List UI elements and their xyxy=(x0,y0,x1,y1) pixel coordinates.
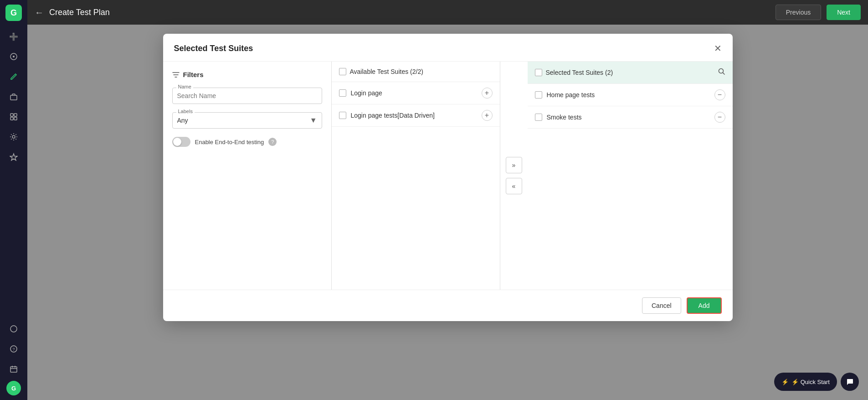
modal-close-button[interactable]: ✕ xyxy=(714,43,722,54)
chat-button[interactable] xyxy=(841,373,859,391)
toggle-label: Enable End-to-End testing xyxy=(195,139,264,145)
selected-item-checkbox-1[interactable] xyxy=(535,114,542,121)
svg-point-8 xyxy=(10,326,17,332)
selected-panel-title: Selected Test Suites (2) xyxy=(546,69,714,76)
selected-item-0: Home page tests − xyxy=(528,84,733,106)
sidebar-icon-star[interactable] xyxy=(5,149,22,165)
back-button[interactable]: ← xyxy=(35,7,44,18)
available-item-checkbox-0[interactable] xyxy=(339,89,346,97)
sidebar-icon-grid[interactable] xyxy=(5,109,22,125)
e2e-toggle-row: Enable End-to-End testing ? xyxy=(172,137,322,147)
search-name-input[interactable] xyxy=(177,92,317,99)
svg-rect-6 xyxy=(14,117,17,120)
sidebar-icon-circle[interactable] xyxy=(5,321,22,337)
cancel-button[interactable]: Cancel xyxy=(642,297,681,314)
name-filter-group: Name xyxy=(172,88,322,104)
toggle-knob xyxy=(173,138,181,146)
selected-item-checkbox-0[interactable] xyxy=(535,91,542,99)
selected-search-button[interactable] xyxy=(718,68,725,77)
available-item-label-0: Login page xyxy=(351,89,477,97)
lightning-icon: ⚡ xyxy=(781,379,789,385)
sidebar-icon-help[interactable]: ? xyxy=(5,341,22,357)
page-background: Selected Test Suites ✕ Filters xyxy=(27,25,868,400)
previous-button[interactable]: Previous xyxy=(776,5,821,20)
available-item: Login page + xyxy=(332,82,500,104)
available-item: Login page tests[Data Driven] + xyxy=(332,104,500,127)
e2e-toggle[interactable] xyxy=(172,137,190,147)
sidebar-icon-plus[interactable]: ➕ xyxy=(5,28,22,45)
modal-title: Selected Test Suites xyxy=(174,44,253,53)
add-button[interactable]: Add xyxy=(687,297,722,314)
svg-rect-11 xyxy=(10,367,17,372)
svg-rect-4 xyxy=(14,114,17,116)
modal-body: Filters Name Labels xyxy=(163,62,733,290)
svg-rect-5 xyxy=(10,117,13,120)
user-avatar[interactable]: G xyxy=(6,381,21,395)
chat-icon xyxy=(846,378,854,386)
available-item-checkbox-1[interactable] xyxy=(339,112,346,119)
remove-item-button-1[interactable]: − xyxy=(714,112,725,123)
name-label: Name xyxy=(176,84,193,89)
name-input-wrap: Name xyxy=(172,88,322,104)
available-select-all-checkbox[interactable] xyxy=(339,68,346,75)
available-panel-header: Available Test Suites (2/2) xyxy=(332,62,500,82)
transfer-buttons: » « xyxy=(500,62,528,290)
selected-item-1: Smoke tests − xyxy=(528,106,733,129)
help-icon[interactable]: ? xyxy=(268,138,277,146)
selected-items-list: Home page tests − Smoke tests − xyxy=(528,84,733,290)
sidebar-icon-briefcase[interactable] xyxy=(5,88,22,105)
magnifier-icon xyxy=(718,68,725,75)
sidebar-icon-calendar[interactable] xyxy=(5,361,22,377)
add-item-button-1[interactable]: + xyxy=(482,110,493,121)
next-button[interactable]: Next xyxy=(827,5,861,20)
main-area: ← Create Test Plan Previous Next Selecte… xyxy=(27,0,868,400)
selected-panel-header: Selected Test Suites (2) xyxy=(528,62,733,84)
app-logo[interactable]: G xyxy=(5,5,22,21)
page-title: Create Test Plan xyxy=(49,8,770,17)
topbar: ← Create Test Plan Previous Next xyxy=(27,0,868,25)
transfer-backward-button[interactable]: « xyxy=(506,178,522,194)
sidebar-icon-edit[interactable] xyxy=(5,68,22,85)
modal-header: Selected Test Suites ✕ xyxy=(163,34,733,62)
labels-filter-group: Labels Any Label 1 Label 2 ▼ xyxy=(172,112,322,129)
selected-item-label-1: Smoke tests xyxy=(547,114,710,121)
modal-overlay: Selected Test Suites ✕ Filters xyxy=(27,25,868,400)
selected-panel: Selected Test Suites (2) xyxy=(528,62,733,290)
available-items-list: Login page + Login page tests[Data Drive… xyxy=(332,82,500,290)
svg-text:?: ? xyxy=(13,347,15,352)
sidebar: G ➕ ? G xyxy=(0,0,27,400)
sidebar-icon-dashboard[interactable] xyxy=(5,48,22,65)
filters-panel: Filters Name Labels xyxy=(163,62,332,290)
svg-point-7 xyxy=(12,135,15,138)
svg-point-1 xyxy=(13,56,15,57)
modal-dialog: Selected Test Suites ✕ Filters xyxy=(163,34,733,321)
labels-select[interactable]: Any Label 1 Label 2 xyxy=(177,117,317,124)
selected-item-label-0: Home page tests xyxy=(547,91,710,99)
add-item-button-0[interactable]: + xyxy=(482,88,493,99)
quick-start-bar: ⚡ ⚡ Quick Start xyxy=(774,373,859,391)
svg-rect-2 xyxy=(10,95,17,100)
transfer-forward-button[interactable]: » xyxy=(506,157,522,173)
remove-item-button-0[interactable]: − xyxy=(714,89,725,100)
filter-icon xyxy=(172,71,180,78)
available-panel-title: Available Test Suites (2/2) xyxy=(350,68,423,75)
available-panel: Available Test Suites (2/2) Login page +… xyxy=(332,62,500,290)
modal-footer: Cancel Add xyxy=(163,290,733,321)
available-item-label-1: Login page tests[Data Driven] xyxy=(351,112,477,119)
sidebar-icon-settings[interactable] xyxy=(5,129,22,145)
selected-select-all-checkbox[interactable] xyxy=(535,69,542,76)
labels-select-wrap: Labels Any Label 1 Label 2 ▼ xyxy=(172,112,322,129)
svg-rect-3 xyxy=(10,114,13,116)
filters-heading: Filters xyxy=(172,71,322,78)
quick-start-button[interactable]: ⚡ ⚡ Quick Start xyxy=(774,373,837,391)
labels-label: Labels xyxy=(176,109,195,114)
